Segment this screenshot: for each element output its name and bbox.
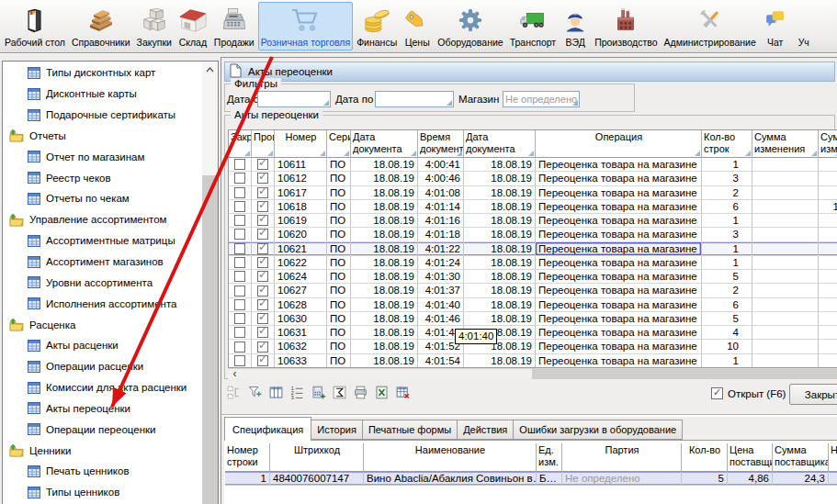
closed-checkbox[interactable] xyxy=(234,342,245,353)
table-row[interactable]: 10622ПО18.08.194:01:2418.08.19Переоценка… xyxy=(229,256,837,270)
sidebar-item[interactable]: Расценка xyxy=(3,314,202,335)
toolbar-item-warehouse[interactable]: Склад xyxy=(175,2,210,50)
column-header[interactable]: Закр xyxy=(229,130,252,158)
closed-checkbox[interactable] xyxy=(234,215,245,226)
table-row[interactable]: 10627ПО18.08.194:01:3718.08.19Переоценка… xyxy=(229,284,837,297)
toolbar-item-retail[interactable]: Розничная торговля xyxy=(258,2,353,50)
closed-checkbox[interactable] xyxy=(234,257,245,268)
table-hscrollbar[interactable]: ‹ xyxy=(228,368,837,379)
column-header[interactable]: Дата документа xyxy=(464,130,536,158)
sidebar-scrollbar[interactable] xyxy=(202,62,218,504)
sidebar-item[interactable]: Отчеты xyxy=(3,126,202,147)
toolbar-item-administration[interactable]: Администрирование xyxy=(662,2,759,50)
scroll-up-icon[interactable] xyxy=(202,62,218,77)
table-row[interactable]: 10620ПО18.08.194:01:1818.08.19Переоценка… xyxy=(229,228,837,241)
column-header[interactable]: Время документа xyxy=(418,130,464,158)
approved-checkbox[interactable] xyxy=(257,215,268,226)
column-header[interactable]: Операция xyxy=(536,130,702,158)
sidebar-item[interactable]: Отчет по магазинам xyxy=(3,146,202,167)
toolbar-item-chat[interactable]: Чат xyxy=(760,2,791,50)
column-header[interactable]: Серия xyxy=(327,130,351,158)
sidebar-item[interactable]: Ассортиментные матрицы xyxy=(3,230,202,252)
closed-checkbox[interactable] xyxy=(234,201,245,212)
table-row[interactable]: 10633ПО18.08.194:01:5418.08.19Переоценка… xyxy=(229,354,837,368)
scroll-left-icon[interactable]: ‹ xyxy=(228,369,242,379)
toolbar-item-references[interactable]: Справочники xyxy=(69,2,133,50)
table-row[interactable]: 10617ПО18.08.194:01:0818.08.19Переоценка… xyxy=(229,186,837,200)
closed-checkbox[interactable] xyxy=(234,299,245,310)
sidebar-item[interactable]: Операции расценки xyxy=(3,356,202,377)
approved-checkbox[interactable] xyxy=(257,257,268,268)
closed-checkbox[interactable] xyxy=(234,243,245,254)
hscrollbar-thumb[interactable] xyxy=(532,369,837,379)
column-header[interactable]: Сумма изменения xyxy=(752,130,819,158)
table-row[interactable]: 10621ПО18.08.194:01:2218.08.19Переоценка… xyxy=(229,242,837,256)
closed-checkbox[interactable] xyxy=(234,159,245,170)
tab-5[interactable]: Ошибки загрузки в оборудование xyxy=(514,420,683,440)
tab-1[interactable]: Спецификация xyxy=(224,417,311,441)
column-header[interactable]: Номер xyxy=(275,130,327,158)
column-header[interactable]: Кол-во строк xyxy=(702,130,752,158)
approved-checkbox[interactable] xyxy=(257,201,268,212)
table-row[interactable]: 10612ПО18.08.194:00:4618.08.19Переоценка… xyxy=(229,172,837,185)
column-header[interactable]: Ед. изм. xyxy=(537,443,562,472)
sidebar-item[interactable]: Дисконтные карты xyxy=(3,84,202,105)
closed-checkbox[interactable] xyxy=(234,187,245,198)
sidebar-item[interactable]: Исполнения ассортимента xyxy=(3,293,202,314)
calculator-add-icon[interactable] xyxy=(311,385,326,400)
closed-checkbox[interactable] xyxy=(234,355,245,366)
column-header[interactable]: Номер строки xyxy=(225,443,270,472)
column-header[interactable]: Н xyxy=(829,443,837,472)
numbered-list-icon[interactable]: 123 xyxy=(289,385,305,400)
approved-checkbox[interactable] xyxy=(257,327,268,338)
hierarchy-icon[interactable] xyxy=(226,385,242,400)
columns-icon[interactable] xyxy=(268,385,284,400)
filter-add-icon[interactable] xyxy=(247,385,263,400)
date-to-input[interactable] xyxy=(375,91,454,107)
table-row[interactable]: 10619ПО18.08.194:01:1618.08.19Переоценка… xyxy=(229,214,837,228)
sidebar-item[interactable]: Комиссии для акта расценки xyxy=(3,377,202,398)
approved-checkbox[interactable] xyxy=(257,313,268,324)
column-header[interactable]: Дата документа xyxy=(351,130,418,158)
open-checkbox[interactable] xyxy=(711,387,723,399)
approved-checkbox[interactable] xyxy=(257,159,268,170)
sidebar-item[interactable]: Ценники xyxy=(3,440,202,461)
approved-checkbox[interactable] xyxy=(257,243,268,254)
column-header[interactable]: Пров xyxy=(252,130,275,158)
store-input[interactable]: Не определено xyxy=(503,91,580,107)
table-row[interactable]: 10611ПО18.08.194:00:4118.08.19Переоценка… xyxy=(229,158,837,172)
table-row[interactable]: 10630ПО18.08.194:01:4618.08.19Переоценка… xyxy=(229,312,837,326)
sidebar-item[interactable]: Акты расценки xyxy=(3,335,202,356)
approved-checkbox[interactable] xyxy=(257,229,268,240)
sum-icon[interactable] xyxy=(332,385,347,400)
sidebar-item[interactable]: Акты переоценки xyxy=(3,398,202,420)
toolbar-item-customs[interactable]: ВЭД xyxy=(560,2,591,50)
sidebar-scrollbar-thumb[interactable] xyxy=(202,175,218,504)
column-header[interactable]: Сумма изменения xyxy=(819,130,837,158)
closed-checkbox[interactable] xyxy=(234,173,245,184)
approved-checkbox[interactable] xyxy=(257,355,268,366)
table-row[interactable]: 10632ПО18.08.194:01:5218.08.19Переоценка… xyxy=(229,340,837,353)
column-header[interactable]: Наименование xyxy=(364,443,537,472)
closed-checkbox[interactable] xyxy=(234,313,245,324)
sidebar-item[interactable]: Ассортимент магазинов xyxy=(3,252,202,273)
table-row[interactable]: 10618ПО18.08.194:01:1418.08.19Переоценка… xyxy=(229,200,837,214)
close-button[interactable]: Закрыть xyxy=(789,384,837,405)
closed-checkbox[interactable] xyxy=(234,229,245,240)
toolbar-item-transport[interactable]: Транспорт xyxy=(507,2,560,50)
sidebar-item[interactable]: Типы дисконтных карт xyxy=(3,62,202,84)
sidebar-item[interactable]: Реестр чеков xyxy=(3,167,202,188)
closed-checkbox[interactable] xyxy=(234,327,245,338)
column-header[interactable]: Кол-во xyxy=(682,443,728,472)
approved-checkbox[interactable] xyxy=(257,187,268,198)
export-excel-icon[interactable] xyxy=(374,385,390,400)
sidebar-item[interactable]: Подарочные сертификаты xyxy=(3,105,202,126)
approved-checkbox[interactable] xyxy=(257,173,268,184)
approved-checkbox[interactable] xyxy=(257,286,268,297)
table-row[interactable]: 10631ПО18.08.194:01:4818.08.19Переоценка… xyxy=(229,326,837,340)
sidebar-item[interactable]: Типы ценников xyxy=(3,482,202,503)
toolbar-item-accounting[interactable]: Уч xyxy=(792,2,816,50)
closed-checkbox[interactable] xyxy=(234,286,245,297)
toolbar-item-sales[interactable]: Продажи xyxy=(211,2,257,50)
table-delete-icon[interactable] xyxy=(395,385,411,400)
